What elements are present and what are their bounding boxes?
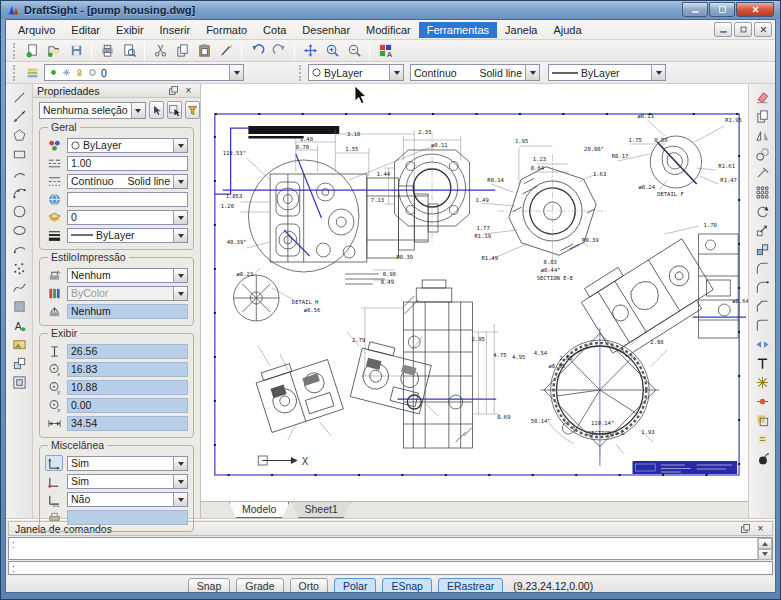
toggle-polar[interactable]: Polar [334, 578, 377, 594]
printstyle-combo[interactable]: Nenhum [67, 268, 188, 283]
color-property-combo[interactable]: ByLayer [67, 138, 188, 153]
point-tool-button[interactable] [8, 259, 30, 278]
hyperlink-input[interactable] [67, 192, 188, 207]
menu-janela[interactable]: Janela [497, 22, 545, 38]
save-button[interactable] [66, 41, 86, 61]
ucs-origin-combo[interactable]: Sim [67, 474, 188, 489]
menu-inserir[interactable]: Inserir [152, 22, 199, 38]
toggle-grade[interactable]: Grade [236, 578, 283, 594]
explode-block-tool-button[interactable] [751, 449, 773, 468]
layers-manager-button[interactable] [22, 63, 42, 83]
ellipse-tool-button[interactable] [8, 221, 30, 240]
copy-entity-tool-button[interactable] [751, 107, 773, 126]
lineweight-property-combo[interactable]: ByLayer [67, 228, 188, 243]
layer-combo-arrow[interactable] [229, 65, 243, 80]
fillet-tool-button[interactable] [751, 259, 773, 278]
color-combo-arrow[interactable] [389, 65, 403, 80]
line-tool-button[interactable] [8, 88, 30, 107]
color-property-arrow[interactable] [173, 139, 187, 152]
menu-ajuda[interactable]: Ajuda [545, 22, 589, 38]
edit-annotation-tool-button[interactable] [751, 430, 773, 449]
printstyle-arrow[interactable] [173, 269, 187, 282]
copy-button[interactable] [172, 41, 192, 61]
layer-combo[interactable]: 0 [44, 64, 244, 81]
ucs-origin-arrow[interactable] [173, 475, 187, 488]
hatch-tool-button[interactable] [8, 297, 30, 316]
stretch-tool-button[interactable] [751, 335, 773, 354]
offset-tool-button[interactable] [751, 145, 773, 164]
trim-tool-button[interactable] [751, 354, 773, 373]
chamfer-tool-button[interactable] [751, 297, 773, 316]
menu-cota[interactable]: Cota [255, 22, 294, 38]
undo-button[interactable] [247, 41, 267, 61]
zoom-in-button[interactable] [322, 41, 342, 61]
quick-select-button[interactable] [185, 101, 200, 119]
command-input[interactable]: : [8, 561, 773, 575]
panel-float-button[interactable] [166, 84, 181, 97]
zoom-out-button[interactable] [344, 41, 364, 61]
ucs-icon-combo[interactable]: Sim [67, 456, 188, 471]
panel-close-button[interactable]: × [181, 84, 196, 97]
toolbar-grip[interactable] [13, 65, 17, 81]
lineweight-property-arrow[interactable] [173, 229, 187, 242]
extend-tool-button[interactable] [751, 164, 773, 183]
delete-tool-button[interactable] [751, 88, 773, 107]
rectangle-tool-button[interactable] [8, 145, 30, 164]
toolbar-grip[interactable] [299, 65, 303, 81]
drawing-canvas[interactable]: X 1.480.703.101.55ø0.11119.53°1.0531.204… [201, 84, 748, 501]
new-drawing-button[interactable] [22, 41, 42, 61]
arc-tool-button[interactable] [8, 164, 30, 183]
chamfer-round-tool-button[interactable] [751, 316, 773, 335]
mdi-restore-button[interactable] [734, 22, 752, 37]
command-close-button[interactable]: × [753, 522, 768, 535]
select-all-button[interactable] [167, 101, 182, 119]
mirror-tool-button[interactable] [751, 126, 773, 145]
move-tool-button[interactable] [751, 240, 773, 259]
linestyle-combo[interactable]: ContínuoSolid line [410, 64, 540, 81]
weld-tool-button[interactable] [751, 392, 773, 411]
print-button[interactable] [97, 41, 117, 61]
command-scrollbar[interactable] [757, 538, 772, 559]
command-history[interactable]: : [8, 537, 773, 560]
menu-modificar[interactable]: Modificar [358, 22, 419, 38]
linetype-property-arrow[interactable] [173, 175, 187, 188]
linestyle-combo-arrow[interactable] [525, 65, 539, 80]
selection-combo-arrow[interactable] [131, 103, 145, 118]
menu-editar[interactable]: Editar [63, 22, 108, 38]
color-combo[interactable]: ByLayer [308, 64, 404, 81]
cut-button[interactable] [150, 41, 170, 61]
properties-painter-button[interactable] [216, 41, 236, 61]
command-float-button[interactable] [738, 522, 753, 535]
toggle-snap[interactable]: Snap [188, 578, 231, 594]
polygon-tool-button[interactable] [8, 126, 30, 145]
toolbar-grip[interactable] [13, 43, 17, 59]
selection-combo[interactable]: Nenhuma seleção [39, 102, 146, 119]
toggle-orto[interactable]: Orto [290, 578, 328, 594]
explode-tool-button[interactable] [751, 373, 773, 392]
construction-line-tool-button[interactable] [8, 107, 30, 126]
linescale-input[interactable]: 1.00 [67, 156, 188, 171]
annotation-combo[interactable]: Não [67, 492, 188, 507]
layer-property-combo[interactable]: 0 [67, 210, 188, 225]
pan-button[interactable] [300, 41, 320, 61]
toggle-erastrear[interactable]: ERastrear [438, 578, 503, 594]
scroll-down-button[interactable] [758, 549, 772, 560]
print-preview-button[interactable] [119, 41, 139, 61]
layer-property-arrow[interactable] [173, 211, 187, 224]
paste-button[interactable] [194, 41, 214, 61]
text-style-button[interactable]: A [375, 41, 395, 61]
sheet-border[interactable] [215, 114, 739, 475]
redo-button[interactable] [269, 41, 289, 61]
select-entities-button[interactable] [149, 101, 164, 119]
note-tool-button[interactable]: A [8, 316, 30, 335]
linetype-property-combo[interactable]: ContínuoSolid line [67, 174, 188, 189]
lineweight-combo-arrow[interactable] [651, 65, 665, 80]
arc-3point-tool-button[interactable] [8, 183, 30, 202]
rotate-tool-button[interactable] [751, 202, 773, 221]
scale-tool-button[interactable] [751, 221, 773, 240]
insert-image-tool-button[interactable] [8, 335, 30, 354]
mdi-close-button[interactable] [754, 22, 772, 37]
edit-hatch-tool-button[interactable] [751, 411, 773, 430]
spline-tool-button[interactable] [8, 278, 30, 297]
fillet-round-tool-button[interactable] [751, 278, 773, 297]
